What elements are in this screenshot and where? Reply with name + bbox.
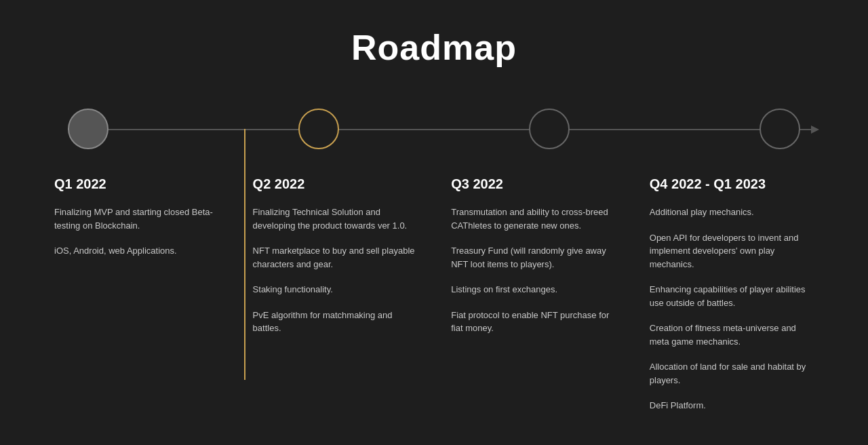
timeline-content: Q1 2022 Finalizing MVP and starting clos… [41, 176, 827, 425]
q3-item-1: Treasury Fund (will randomly give away N… [451, 244, 615, 271]
timeline-nodes [41, 109, 827, 149]
q2-label: Q2 2022 [253, 176, 417, 192]
q3-item-2: Listings on first exchanges. [451, 283, 615, 296]
node-q1 [68, 109, 108, 149]
q3-label: Q3 2022 [451, 176, 615, 192]
q2-item-2: Staking functionality. [253, 283, 417, 296]
q2-item-1: NFT marketplace to buy and sell playable… [253, 244, 417, 271]
q2-item-3: PvE algorithm for matchmaking and battle… [253, 309, 417, 335]
q3-column: Q3 2022 Transmutation and ability to cro… [444, 176, 622, 425]
q4-item-3: Creation of fitness meta-universe and me… [650, 322, 814, 348]
node-q2 [298, 109, 339, 149]
q4-label: Q4 2022 - Q1 2023 [650, 176, 814, 192]
q1-item-0: Finalizing MVP and starting closed Beta-… [54, 206, 218, 232]
q1-item-1: iOS, Android, web Applications. [54, 244, 218, 258]
q4-item-5: DeFi Platform. [650, 399, 814, 412]
q4-column: Q4 2022 - Q1 2023 Additional play mechan… [643, 176, 821, 425]
q2-vertical-line [244, 129, 245, 380]
page-container: Roadmap Q1 2022 Finalizing MVP and start… [0, 0, 868, 445]
page-title: Roadmap [41, 27, 827, 68]
q3-item-0: Transmutation and ability to cross-breed… [451, 206, 615, 232]
q4-item-2: Enhancing capabilities of player abiliti… [650, 283, 814, 309]
timeline-container: Q1 2022 Finalizing MVP and starting clos… [41, 109, 827, 425]
q2-column: Q2 2022 Finalizing Technical Solution an… [246, 176, 424, 425]
node-q3 [529, 109, 570, 149]
q1-label: Q1 2022 [54, 176, 218, 192]
node-q4 [760, 109, 800, 149]
q1-column: Q1 2022 Finalizing MVP and starting clos… [47, 176, 225, 425]
q2-item-0: Finalizing Technical Solution and develo… [253, 206, 417, 232]
q4-item-4: Allocation of land for sale and habitat … [650, 360, 814, 387]
q4-item-1: Open API for developers to invent and im… [650, 231, 814, 271]
q4-item-0: Additional play mechanics. [650, 206, 814, 219]
q3-item-3: Fiat protocol to enable NFT purchase for… [451, 309, 615, 335]
